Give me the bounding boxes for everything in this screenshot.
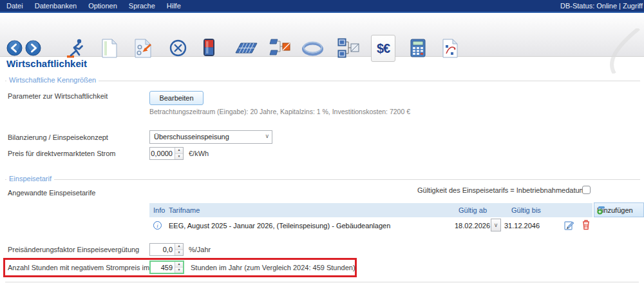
bilanzierung-value: Überschusseinspeisung xyxy=(154,133,229,141)
group-einspeisetarif: Einspeisetarif xyxy=(5,179,640,180)
valid-from-value: 18.02.2026 xyxy=(455,222,490,230)
direktvermarktung-value: 0,0000 xyxy=(150,148,175,159)
chevron-down-icon: ∨ xyxy=(265,133,269,139)
menu-bar: Datei Datenbanken Optionen Sprache Hilfe… xyxy=(0,0,644,13)
app-window: Datei Datenbanken Optionen Sprache Hilfe… xyxy=(0,0,644,285)
price-change-input[interactable]: 0,0 ▲ ▼ xyxy=(149,243,184,256)
tariff-name: EEG, August 2025 - Januar 2026, (Teilein… xyxy=(169,222,390,230)
cabling-icon[interactable] xyxy=(301,40,325,57)
negative-hours-unit-text: Stunden im Jahr (zum Vergleich 2024: 459… xyxy=(191,264,355,271)
bottom-divider xyxy=(5,282,639,282)
spinner-buttons[interactable]: ▲ ▼ xyxy=(175,148,183,159)
back-icon[interactable] xyxy=(6,40,23,56)
bilanzierung-select[interactable]: Überschusseinspeisung ∨ xyxy=(149,130,272,144)
group-einspeisetarif-legend: Einspeisetarif xyxy=(6,175,54,182)
group-kenngroessen: Wirtschaftliche Kenngrößen xyxy=(5,81,640,81)
menu-datei[interactable]: Datei xyxy=(6,2,23,10)
spin-up-icon[interactable]: ▲ xyxy=(175,244,183,250)
db-status-text: DB-Status: Online | Zugriff xyxy=(560,2,643,10)
validity-checkbox-label: Gültigkeit des Einspeisetarifs = Inbetri… xyxy=(417,186,578,194)
col-gueltig-bis: Gültig bis xyxy=(511,206,541,214)
delete-icon[interactable] xyxy=(582,219,591,230)
page-title: Wirtschaftlichkeit xyxy=(6,58,87,69)
applied-tariffs-label: Angewandte Einspeisetarife xyxy=(8,189,95,197)
menu-hilfe[interactable]: Hilfe xyxy=(167,2,181,10)
menu-optionen[interactable]: Optionen xyxy=(88,2,117,10)
spin-down-icon[interactable]: ▼ xyxy=(175,250,183,256)
direktvermarktung-input[interactable]: 0,0000 ▲ ▼ xyxy=(149,147,184,160)
valid-from-dropdown[interactable]: ∨ xyxy=(491,219,501,231)
negative-hours-label: Anzahl Stunden mit negativem Strompreis … xyxy=(8,264,166,271)
run-project-icon[interactable] xyxy=(66,37,86,59)
direktvermarktung-label: Preis für direktvermarkteten Strom xyxy=(8,150,116,157)
economics-icon[interactable]: $€ xyxy=(371,35,395,62)
col-tarifname: Tarifname xyxy=(169,206,200,214)
spin-down-icon[interactable]: ▼ xyxy=(175,153,183,160)
spinner-buttons[interactable]: ▲ ▼ xyxy=(175,262,183,273)
validity-checkbox[interactable] xyxy=(582,186,591,194)
parameter-label: Parameter zur Wirtschaftlichkeit xyxy=(8,92,108,100)
direktvermarktung-unit: €/kWh xyxy=(189,150,209,157)
col-info: Info xyxy=(153,206,165,214)
col-gueltig-ab: Gültig ab xyxy=(459,206,487,214)
cancel-icon[interactable] xyxy=(169,39,187,57)
edit-icon[interactable] xyxy=(564,220,574,230)
forward-icon[interactable] xyxy=(25,40,41,56)
bilanzierung-label: Bilanzierung / Einspeisekonzept xyxy=(8,133,108,141)
parameter-summary: Betrachtungszeitraum (Eingabe): 20 Jahre… xyxy=(149,108,410,115)
system-check-icon[interactable] xyxy=(337,38,359,58)
tariff-table-header: Info Tarifname Gültig ab Gültig bis xyxy=(149,203,592,217)
add-list-icon xyxy=(597,206,605,215)
battery-icon[interactable] xyxy=(202,37,216,57)
edit-button[interactable]: Bearbeiten xyxy=(149,91,204,105)
info-icon[interactable]: i xyxy=(153,221,162,230)
add-tariff-button[interactable]: Hinzufügen xyxy=(594,202,644,217)
calculator-icon[interactable] xyxy=(410,39,426,57)
import-document-icon[interactable] xyxy=(135,39,152,58)
menu-datenbanken[interactable]: Datenbanken xyxy=(35,2,77,10)
group-kenngroessen-legend: Wirtschaftliche Kenngrößen xyxy=(6,76,99,84)
toolbar: $€ xyxy=(0,14,644,57)
decorative-swoosh xyxy=(598,28,644,74)
price-change-label: Preisänderungsfaktor Einspeisevergütung xyxy=(8,246,139,253)
price-change-unit: %/Jahr xyxy=(189,246,211,253)
spin-up-icon[interactable]: ▲ xyxy=(175,262,183,267)
spin-up-icon[interactable]: ▲ xyxy=(175,148,183,153)
module-inverter-icon[interactable] xyxy=(269,38,290,57)
menu-sprache[interactable]: Sprache xyxy=(129,2,155,10)
spin-down-icon[interactable]: ▼ xyxy=(175,267,183,273)
price-change-value: 0,0 xyxy=(150,244,175,255)
pv-module-icon[interactable] xyxy=(235,41,258,55)
curve-report-icon[interactable] xyxy=(442,39,458,58)
negative-hours-value: 459 xyxy=(151,262,175,273)
valid-until-value: 31.12.2046 xyxy=(504,222,540,230)
spinner-buttons[interactable]: ▲ ▼ xyxy=(175,244,183,255)
new-document-icon[interactable] xyxy=(102,39,117,58)
negative-hours-input[interactable]: 459 ▲ ▼ xyxy=(149,260,184,274)
